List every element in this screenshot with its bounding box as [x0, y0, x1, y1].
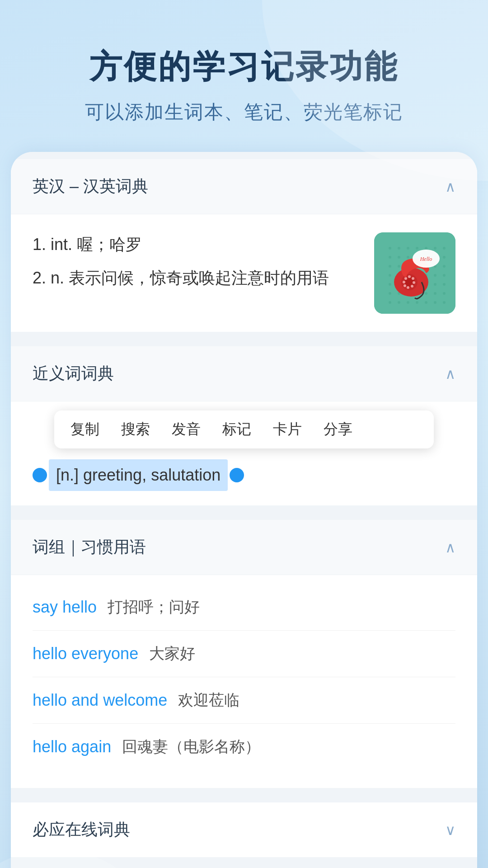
hello-image-inner: Hello	[374, 232, 455, 314]
svg-point-44	[398, 301, 400, 304]
dict-section-header[interactable]: 英汉 – 汉英词典 ∧	[11, 159, 477, 214]
context-copy[interactable]: 复制	[70, 420, 99, 439]
phrase-chinese-1: 打招呼；问好	[108, 597, 200, 618]
byying-section-title: 必应在线词典	[33, 819, 130, 841]
selected-text-container: [n.] greeting, salutation	[11, 448, 477, 505]
svg-point-45	[407, 301, 409, 304]
phrase-list: say hello 打招呼；问好 hello everyone 大家好 hell…	[11, 575, 477, 788]
section-gap-4	[11, 864, 477, 868]
svg-point-3	[407, 247, 409, 250]
phrase-item-2[interactable]: hello everyone 大家好	[33, 631, 455, 677]
def2-num: 2.	[33, 269, 51, 287]
section-gap-3	[11, 795, 477, 802]
dict-section: 英汉 – 汉英词典 ∧ 1. int. 喔；哈罗 2. n. 表示问候，惊奇或唤…	[11, 159, 477, 332]
dict-definitions: 1. int. 喔；哈罗 2. n. 表示问候，惊奇或唤起注意时的用语	[33, 232, 374, 299]
selection-handle-left	[33, 468, 47, 482]
svg-point-41	[434, 292, 436, 295]
section-gap-2	[11, 513, 477, 520]
synonyms-chevron-up-icon: ∧	[445, 365, 455, 382]
svg-point-22	[389, 274, 391, 277]
context-menu-wrapper: 复制 搜索 发音 标记 卡片 分享	[11, 401, 477, 448]
svg-point-6	[434, 247, 436, 250]
header-section: 方便的学习记录功能 可以添加生词本、笔记、荧光笔标记	[0, 0, 488, 152]
svg-point-10	[407, 256, 409, 259]
context-menu: 复制 搜索 发音 标记 卡片 分享	[54, 410, 434, 448]
def2-pos: n.	[51, 269, 64, 287]
svg-point-35	[443, 283, 446, 286]
context-share[interactable]: 分享	[324, 420, 352, 439]
svg-point-8	[389, 256, 391, 259]
phrase-chinese-3: 欢迎莅临	[178, 690, 239, 711]
svg-point-27	[434, 274, 436, 277]
dict-chevron-up-icon: ∧	[445, 178, 455, 195]
phrases-section-title: 词组｜习惯用语	[33, 536, 146, 558]
phrase-english-1: say hello	[33, 598, 97, 617]
synonyms-section: 近义词词典 ∧ 复制 搜索 发音 标记 卡片 分享 [n.] greeting,…	[11, 346, 477, 505]
svg-point-42	[443, 292, 446, 295]
definition-line-2: 2. n. 表示问候，惊奇或唤起注意时的用语	[33, 266, 361, 290]
svg-point-15	[389, 265, 391, 268]
phrase-chinese-4: 回魂妻（电影名称）	[122, 736, 260, 757]
byying-section-header[interactable]: 必应在线词典 ∨	[11, 802, 477, 857]
svg-point-5	[425, 247, 427, 250]
page-title: 方便的学习记录功能	[27, 45, 461, 89]
context-card[interactable]: 卡片	[273, 420, 302, 439]
svg-point-49	[443, 301, 446, 304]
def1-num: 1.	[33, 235, 51, 254]
phrase-item-4[interactable]: hello again 回魂妻（电影名称）	[33, 724, 455, 770]
section-gap-1	[11, 339, 477, 346]
svg-point-43	[389, 301, 391, 304]
svg-point-4	[416, 247, 418, 250]
svg-point-29	[389, 283, 391, 286]
svg-text:Hello: Hello	[420, 256, 432, 262]
context-search[interactable]: 搜索	[121, 420, 150, 439]
svg-point-1	[389, 247, 391, 250]
phrases-chevron-up-icon: ∧	[445, 539, 455, 556]
svg-point-47	[425, 301, 427, 304]
def1-pos: int.	[51, 235, 72, 254]
svg-point-55	[413, 281, 415, 284]
context-pronounce[interactable]: 发音	[172, 420, 201, 439]
phrase-english-2: hello everyone	[33, 644, 138, 663]
selected-text: [n.] greeting, salutation	[49, 459, 228, 491]
phrase-item-3[interactable]: hello and welcome 欢迎莅临	[33, 677, 455, 724]
svg-point-34	[434, 283, 436, 286]
svg-point-28	[443, 274, 446, 277]
page-subtitle: 可以添加生词本、笔记、荧光笔标记	[27, 99, 461, 125]
svg-point-57	[407, 286, 409, 289]
section-gap-top	[11, 152, 477, 159]
svg-point-14	[443, 256, 446, 259]
svg-point-2	[398, 247, 400, 250]
phrase-chinese-2: 大家好	[149, 643, 195, 664]
svg-point-56	[411, 285, 413, 288]
dict-entry: 1. int. 喔；哈罗 2. n. 表示问候，惊奇或唤起注意时的用语	[11, 214, 477, 332]
svg-point-58	[404, 284, 406, 287]
def1-meaning: 喔；哈罗	[77, 235, 142, 254]
definition-line-1: 1. int. 喔；哈罗	[33, 232, 361, 257]
synonyms-section-title: 近义词词典	[33, 363, 114, 385]
def2-meaning: 表示问候，惊奇或唤起注意时的用语	[69, 269, 329, 287]
svg-point-36	[389, 292, 391, 295]
svg-point-40	[425, 292, 427, 295]
main-card: 英汉 – 汉英词典 ∧ 1. int. 喔；哈罗 2. n. 表示问候，惊奇或唤…	[11, 152, 477, 868]
synonyms-section-header[interactable]: 近义词词典 ∧	[11, 346, 477, 401]
svg-point-48	[434, 301, 436, 304]
phrases-section: 词组｜习惯用语 ∧ say hello 打招呼；问好 hello everyon…	[11, 520, 477, 788]
svg-point-7	[443, 247, 446, 250]
svg-point-16	[398, 265, 400, 268]
byying-section: 必应在线词典 ∨	[11, 802, 477, 857]
selection-handle-right	[230, 468, 244, 482]
context-mark[interactable]: 标记	[222, 420, 251, 439]
svg-point-59	[403, 281, 405, 283]
phrases-section-header[interactable]: 词组｜习惯用语 ∧	[11, 520, 477, 575]
phrase-item-1[interactable]: say hello 打招呼；问好	[33, 584, 455, 631]
svg-point-54	[412, 277, 414, 280]
byying-chevron-down-icon: ∨	[445, 821, 455, 839]
dict-section-title: 英汉 – 汉英词典	[33, 175, 148, 198]
svg-point-21	[443, 265, 446, 268]
telephone-svg: Hello	[383, 241, 446, 305]
selected-text-row: [n.] greeting, salutation	[33, 459, 455, 491]
svg-point-46	[416, 301, 418, 304]
phrase-english-4: hello again	[33, 737, 111, 756]
svg-point-53	[408, 275, 411, 278]
